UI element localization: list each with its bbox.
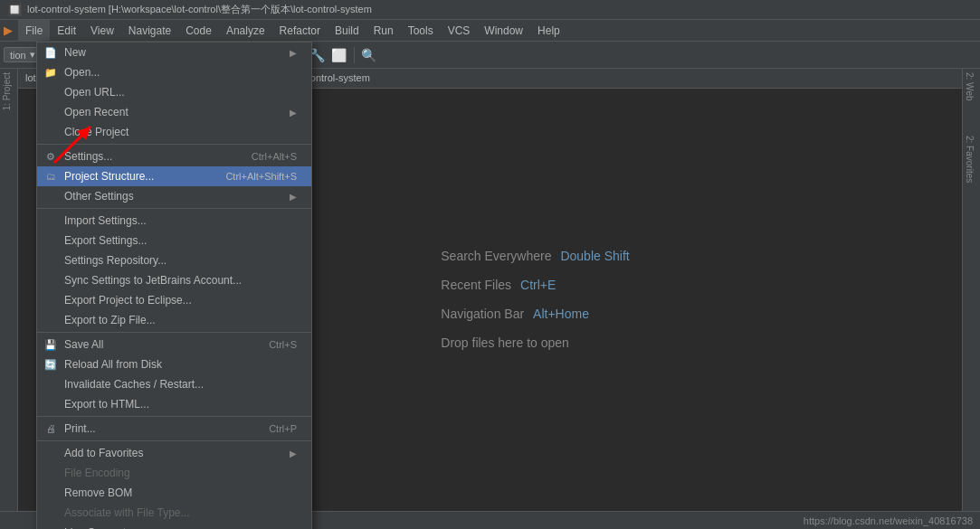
- recent-files-key: Ctrl+E: [520, 278, 556, 292]
- title-text: lot-control-system [H:\workspace\lot-con…: [27, 3, 372, 16]
- menu-close-project[interactable]: Close Project: [37, 122, 311, 142]
- favorites-panel-label[interactable]: 2: Favorites: [963, 132, 976, 186]
- menu-export-html[interactable]: Export to HTML...: [37, 394, 311, 414]
- title-bar: 🔲 lot-control-system [H:\workspace\lot-c…: [0, 0, 980, 20]
- menu-item-tools[interactable]: Tools: [401, 20, 441, 42]
- menu-item-refactor[interactable]: Refactor: [272, 20, 328, 42]
- navigation-bar-hint: Navigation Bar Alt+Home: [441, 307, 589, 321]
- menu-export-eclipse[interactable]: Export Project to Eclipse...: [37, 290, 311, 310]
- project-structure-icon: 🗂: [43, 171, 59, 182]
- menu-open-recent[interactable]: Open Recent ▶: [37, 102, 311, 122]
- menu-sync-settings[interactable]: Sync Settings to JetBrains Account...: [37, 270, 311, 290]
- print-icon: 🖨: [43, 423, 59, 434]
- menu-item-help[interactable]: Help: [530, 20, 567, 42]
- menu-add-favorites[interactable]: Add to Favorites ▶: [37, 443, 311, 463]
- menu-project-structure[interactable]: 🗂 Project Structure... Ctrl+Alt+Shift+S: [37, 166, 311, 186]
- drop-files-label: Drop files here to open: [441, 335, 569, 350]
- intellij-icon: ▶: [4, 24, 13, 37]
- open-recent-arrow-icon: ▶: [290, 108, 297, 118]
- menu-save-all[interactable]: 💾 Save All Ctrl+S: [37, 335, 311, 354]
- navigation-bar-key: Alt+Home: [533, 307, 589, 321]
- right-tool-window: 2: Web 2: Favorites: [962, 69, 980, 529]
- save-all-icon: 💾: [43, 339, 59, 351]
- reload-all-icon: 🔄: [43, 359, 59, 371]
- project-panel: 1: Project: [0, 69, 18, 529]
- navigation-bar-label: Navigation Bar: [441, 307, 524, 321]
- menu-item-run[interactable]: Run: [366, 20, 401, 42]
- menu-open[interactable]: 📁 Open...: [37, 62, 311, 82]
- main-area: 1: Project 📄 New ▶ 📁 Open... Open URL...…: [0, 69, 980, 529]
- app-icon: 🔲: [7, 3, 22, 16]
- menu-other-settings[interactable]: Other Settings ▶: [37, 186, 311, 206]
- add-favorites-arrow-icon: ▶: [290, 449, 297, 458]
- toolbar-separator-5: [354, 47, 355, 63]
- project-panel-label[interactable]: 1: Project: [0, 69, 14, 114]
- recent-files-label: Recent Files: [441, 278, 511, 292]
- welcome-hints: Search Everywhere Double Shift Recent Fi…: [350, 69, 629, 529]
- menu-item-code[interactable]: Code: [178, 20, 219, 42]
- menu-file-encoding: File Encoding: [37, 463, 311, 483]
- open-icon: 📁: [43, 67, 59, 79]
- layout-button[interactable]: ⬜: [329, 45, 349, 65]
- menu-item-analyze[interactable]: Analyze: [219, 20, 272, 42]
- menu-new[interactable]: 📄 New ▶: [37, 43, 311, 62]
- config-label: tion: [10, 50, 26, 61]
- menu-import-settings[interactable]: Import Settings...: [37, 211, 311, 231]
- menu-item-vcs[interactable]: VCS: [441, 20, 478, 42]
- new-arrow-icon: ▶: [290, 48, 297, 58]
- sep-3: [37, 332, 311, 333]
- menu-item-edit[interactable]: Edit: [50, 20, 83, 42]
- menu-item-view[interactable]: View: [83, 20, 121, 42]
- search-everywhere-key: Double Shift: [560, 249, 629, 263]
- sep-2: [37, 208, 311, 209]
- sep-4: [37, 416, 311, 417]
- menu-print[interactable]: 🖨 Print... Ctrl+P: [37, 419, 311, 439]
- menu-reload-all[interactable]: 🔄 Reload All from Disk: [37, 354, 311, 374]
- menu-export-settings[interactable]: Export Settings...: [37, 231, 311, 250]
- recent-files-hint: Recent Files Ctrl+E: [441, 278, 556, 292]
- search-everywhere-button[interactable]: 🔍: [359, 45, 379, 65]
- search-everywhere-hint: Search Everywhere Double Shift: [441, 249, 629, 263]
- menu-export-zip[interactable]: Export to Zip File...: [37, 310, 311, 330]
- menu-associate-file: Associate with File Type...: [37, 503, 311, 523]
- menu-remove-bom[interactable]: Remove BOM: [37, 483, 311, 503]
- menu-item-navigate[interactable]: Navigate: [121, 20, 178, 42]
- menu-invalidate[interactable]: Invalidate Caches / Restart...: [37, 374, 311, 394]
- menu-settings[interactable]: ⚙ Settings... Ctrl+Alt+S: [37, 146, 311, 166]
- other-settings-arrow-icon: ▶: [290, 192, 297, 202]
- menu-open-url[interactable]: Open URL...: [37, 82, 311, 102]
- menu-item-build[interactable]: Build: [328, 20, 366, 42]
- menu-line-sep[interactable]: Line Separators ▶: [37, 523, 311, 529]
- menu-item-window[interactable]: Window: [477, 20, 530, 42]
- status-url: https://blog.csdn.net/weixin_40816738: [804, 515, 973, 526]
- sep-1: [37, 144, 311, 145]
- settings-icon: ⚙: [43, 151, 59, 163]
- drop-files-hint: Drop files here to open: [441, 335, 569, 350]
- new-icon: 📄: [43, 47, 59, 59]
- sep-5: [37, 440, 311, 441]
- config-dropdown-icon: ▾: [30, 49, 35, 61]
- search-everywhere-label: Search Everywhere: [441, 249, 551, 263]
- menu-settings-repo[interactable]: Settings Repository...: [37, 250, 311, 270]
- menu-item-file[interactable]: File: [18, 20, 50, 42]
- file-dropdown-menu: 📄 New ▶ 📁 Open... Open URL... Open Recen…: [36, 42, 312, 529]
- web-panel-label[interactable]: 2: Web: [963, 69, 976, 105]
- menu-bar: ▶ File Edit View Navigate Code Analyze R…: [0, 20, 980, 42]
